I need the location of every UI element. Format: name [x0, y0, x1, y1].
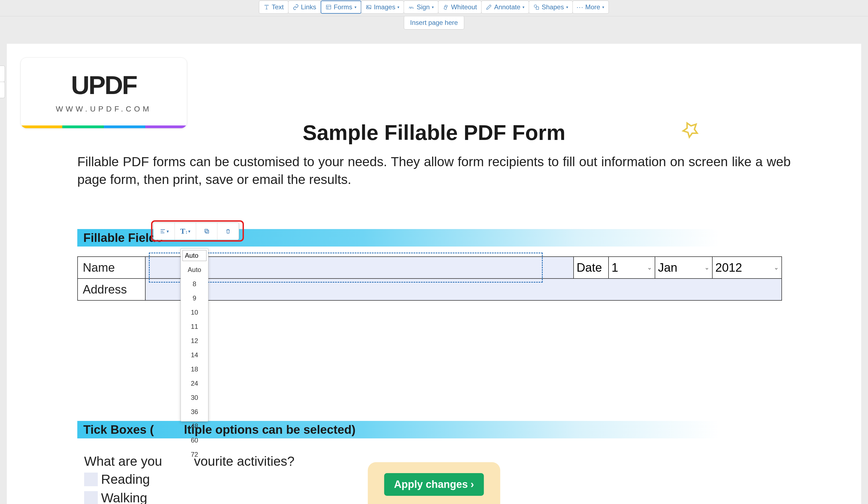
- forms-tool-button[interactable]: Forms ▾: [321, 1, 361, 14]
- date-label: Date: [574, 257, 609, 278]
- insert-page-button[interactable]: Insert page here: [404, 16, 464, 30]
- day-dropdown[interactable]: 1 ⌄: [609, 257, 655, 278]
- chevron-down-icon: ⌄: [647, 264, 652, 271]
- address-input-field[interactable]: [146, 279, 782, 300]
- checkbox-row-walking: Walking: [84, 490, 147, 504]
- caret-down-icon: ▾: [188, 229, 190, 234]
- name-label: Name: [78, 257, 146, 278]
- copy-icon: [204, 228, 210, 234]
- checkbox-row-reading: Reading: [84, 472, 150, 487]
- apply-button-label: Apply changes: [394, 478, 468, 490]
- main-toolbar: Text Links Forms ▾ Images ▾ Sign ▾: [0, 0, 868, 17]
- caret-down-icon: ▾: [602, 5, 604, 9]
- year-dropdown[interactable]: 2012 ⌄: [713, 257, 782, 278]
- more-tool-button[interactable]: ··· More ▾: [572, 1, 609, 14]
- shapes-tool-button[interactable]: Shapes ▾: [529, 1, 572, 14]
- address-label: Address: [78, 279, 146, 300]
- caret-down-icon: ▾: [523, 5, 524, 9]
- annotate-label: Annotate: [494, 3, 520, 11]
- logo-brand-text: UPDF: [71, 72, 136, 98]
- font-size-option[interactable]: 48: [181, 419, 208, 433]
- left-sidebar-tabs: [0, 65, 6, 98]
- font-size-option[interactable]: 11: [181, 320, 208, 334]
- month-dropdown[interactable]: Jan ⌄: [655, 257, 713, 278]
- font-size-input[interactable]: Auto: [183, 250, 206, 261]
- font-size-option[interactable]: 30: [181, 391, 208, 405]
- tick-header-right: ltiple options can be selected): [184, 423, 355, 436]
- font-size-option[interactable]: 14: [181, 348, 208, 362]
- pin-icon: [681, 120, 700, 139]
- sign-icon: [408, 4, 414, 10]
- intro-paragraph: Fillable PDF forms can be customised to …: [77, 153, 791, 189]
- shapes-label: Shapes: [541, 3, 564, 11]
- logo-url: WWW.UPDF.COM: [56, 105, 152, 113]
- font-size-option[interactable]: 8: [181, 277, 208, 291]
- font-size-option[interactable]: 72: [181, 447, 208, 462]
- caret-down-icon: ▾: [566, 5, 568, 9]
- forms-label: Forms: [334, 3, 352, 11]
- svg-rect-10: [206, 230, 209, 233]
- font-size-icon: T↕: [180, 227, 188, 235]
- svg-rect-0: [326, 5, 331, 9]
- annotate-tool-button[interactable]: Annotate ▾: [481, 1, 529, 14]
- caret-down-icon: ▾: [397, 5, 399, 9]
- font-size-option[interactable]: 10: [181, 305, 208, 320]
- pdf-page: UPDF WWW.UPDF.COM Sample Fillable PDF Fo…: [7, 44, 861, 504]
- font-size-option[interactable]: 24: [181, 376, 208, 391]
- checkbox-label-reading: Reading: [101, 472, 150, 487]
- whiteout-icon: [443, 4, 449, 10]
- apply-changes-button[interactable]: Apply changes ›: [384, 473, 484, 496]
- font-size-option[interactable]: Auto: [181, 263, 208, 277]
- text-tool-button[interactable]: Text: [259, 1, 288, 14]
- apply-changes-panel: Apply changes ›: [368, 462, 500, 504]
- forms-icon: [326, 4, 332, 10]
- copy-button[interactable]: [196, 223, 217, 240]
- caret-down-icon: ▾: [167, 229, 169, 234]
- document-title: Sample Fillable PDF Form: [303, 120, 565, 145]
- links-tool-button[interactable]: Links: [288, 1, 321, 14]
- text-label: Text: [272, 3, 284, 11]
- font-size-dropdown: Auto Auto891011121418243036486072: [180, 248, 208, 422]
- field-context-toolbar: ▾ T↕ ▾: [149, 222, 239, 240]
- name-input-field[interactable]: [146, 257, 574, 278]
- more-icon: ···: [577, 4, 583, 10]
- month-value: Jan: [658, 261, 678, 274]
- svg-rect-6: [536, 7, 539, 9]
- align-left-icon: [159, 228, 166, 234]
- links-label: Links: [301, 3, 316, 11]
- left-tab-2[interactable]: [0, 82, 5, 98]
- caret-down-icon: ▾: [354, 5, 356, 9]
- images-tool-button[interactable]: Images ▾: [361, 1, 404, 14]
- align-button[interactable]: ▾: [154, 223, 175, 240]
- tick-header-left: Tick Boxes (: [83, 423, 154, 436]
- font-size-options-list: Auto891011121418243036486072: [181, 263, 208, 421]
- checkbox-walking[interactable]: [84, 491, 98, 504]
- font-size-option[interactable]: 60: [181, 433, 208, 447]
- whiteout-tool-button[interactable]: Whiteout: [438, 1, 482, 14]
- day-value: 1: [611, 261, 618, 274]
- font-size-option[interactable]: 9: [181, 291, 208, 305]
- font-size-option[interactable]: 18: [181, 362, 208, 376]
- left-tab-1[interactable]: [0, 65, 5, 82]
- images-label: Images: [374, 3, 395, 11]
- brand-logo: UPDF WWW.UPDF.COM: [20, 57, 187, 129]
- text-icon: [264, 4, 270, 10]
- checkbox-label-walking: Walking: [101, 490, 147, 504]
- font-size-option[interactable]: 12: [181, 334, 208, 348]
- whiteout-label: Whiteout: [451, 3, 477, 11]
- font-size-button[interactable]: T↕ ▾: [175, 223, 196, 240]
- svg-rect-11: [205, 229, 208, 232]
- chevron-down-icon: ⌄: [704, 264, 709, 271]
- link-icon: [293, 4, 299, 10]
- more-label: More: [585, 3, 600, 11]
- font-size-option[interactable]: 36: [181, 405, 208, 419]
- sign-tool-button[interactable]: Sign ▾: [404, 1, 438, 14]
- delete-button[interactable]: [217, 223, 239, 240]
- chevron-right-icon: ›: [471, 478, 474, 490]
- chevron-down-icon: ⌄: [774, 264, 779, 271]
- sign-label: Sign: [416, 3, 430, 11]
- checkbox-reading[interactable]: [84, 473, 98, 486]
- images-icon: [366, 4, 372, 10]
- caret-down-icon: ▾: [432, 5, 434, 9]
- year-value: 2012: [715, 261, 742, 274]
